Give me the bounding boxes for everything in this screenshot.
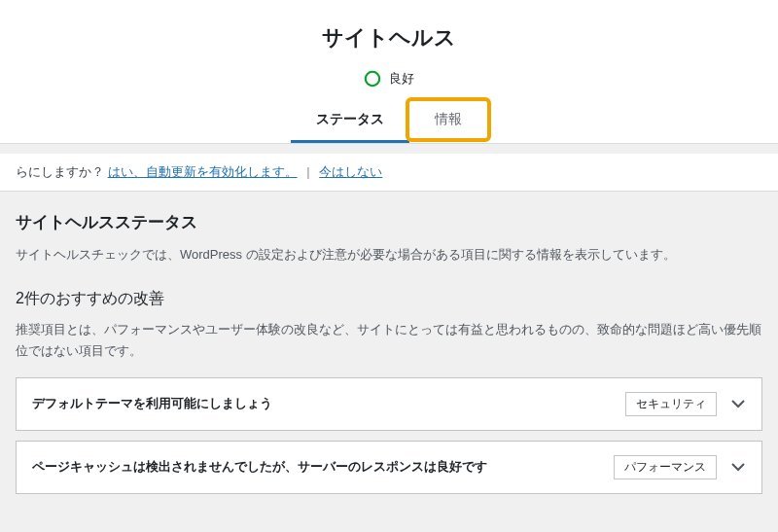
status-label: 良好 <box>389 70 414 88</box>
auto-update-notice: らにしますか？ はい、自動更新を有効化します。 | 今はしない <box>0 154 778 192</box>
status-good-icon <box>364 70 381 88</box>
check-item-cache[interactable]: ページキャッシュは検出されませんでしたが、サーバーのレスポンスは良好です パフォ… <box>16 441 762 494</box>
svg-point-0 <box>366 72 379 86</box>
site-health-header: サイトヘルス 良好 ステータス 情報 <box>0 0 778 144</box>
status-indicator: 良好 <box>364 70 414 88</box>
check-item-right: セキュリティ <box>625 392 746 416</box>
check-item-title: デフォルトテーマを利用可能にしましょう <box>32 395 625 412</box>
page-title: サイトヘルス <box>0 23 778 53</box>
tab-info[interactable]: 情報 <box>409 101 487 143</box>
not-now-link[interactable]: 今はしない <box>319 164 382 179</box>
improvements-title: 2件のおすすめの改善 <box>16 289 762 309</box>
badge-security: セキュリティ <box>625 392 717 416</box>
check-item-title: ページキャッシュは検出されませんでしたが、サーバーのレスポンスは良好です <box>32 458 614 476</box>
tab-status-label: ステータス <box>316 111 384 126</box>
main-content: サイトヘルスステータス サイトヘルスチェックでは、WordPress の設定およ… <box>0 192 778 494</box>
chevron-down-icon <box>730 396 746 411</box>
status-section-title: サイトヘルスステータス <box>16 211 762 233</box>
notice-separator: | <box>306 164 309 179</box>
tab-info-label: 情報 <box>435 111 462 126</box>
improvements-desc: 推奨項目とは、パフォーマンスやユーザー体験の改良など、サイトにとっては有益と思わ… <box>16 319 762 362</box>
enable-auto-update-link[interactable]: はい、自動更新を有効化します。 <box>108 164 298 179</box>
status-section-desc: サイトヘルスチェックでは、WordPress の設定および注意が必要な場合がある… <box>16 245 762 266</box>
tabs: ステータス 情報 <box>0 101 778 143</box>
notice-question-fragment: らにしますか？ <box>16 164 104 179</box>
chevron-down-icon <box>730 459 746 475</box>
check-item-right: パフォーマンス <box>614 455 746 479</box>
check-item-theme[interactable]: デフォルトテーマを利用可能にしましょう セキュリティ <box>16 377 762 431</box>
tab-status[interactable]: ステータス <box>291 101 409 143</box>
badge-performance: パフォーマンス <box>614 455 717 479</box>
